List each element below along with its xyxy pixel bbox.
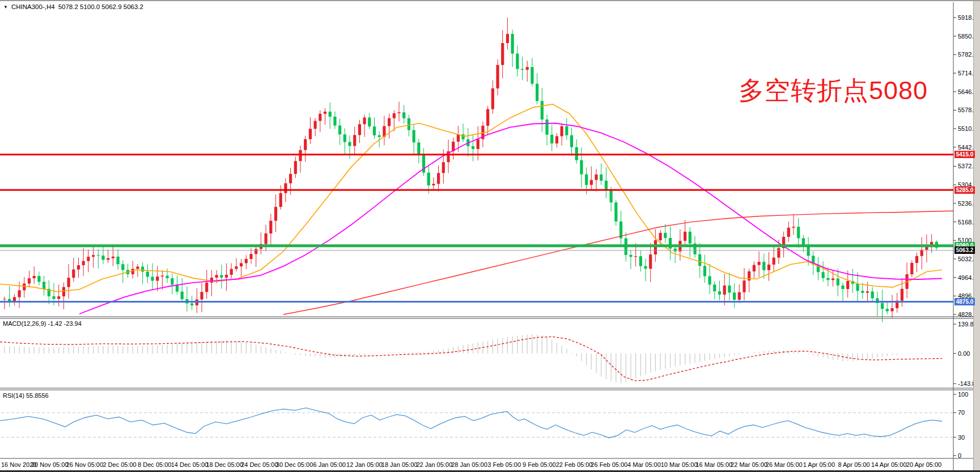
time-label-15: 9 Feb 05:00	[523, 461, 556, 468]
price-badge-resistance-upper: 5415.0	[954, 151, 975, 158]
time-label-26: 20 Apr 05:00	[906, 461, 941, 468]
time-label-12: 22 Jan 05:00	[416, 461, 452, 468]
time-label-13: 28 Jan 05:00	[451, 461, 487, 468]
time-label-8: 30 Dec 05:00	[276, 461, 313, 468]
time-label-14: 3 Feb 05:00	[487, 461, 521, 468]
candlestick-series	[3, 18, 937, 322]
time-label-1: 20 Nov 05:00	[31, 461, 68, 468]
time-label-4: 8 Dec 05:00	[138, 461, 171, 468]
macd-histogram	[5, 334, 936, 384]
price-badge-support: 4875.0	[954, 298, 975, 305]
time-label-6: 18 Dec 05:00	[206, 461, 243, 468]
time-label-20: 16 Mar 05:00	[695, 461, 732, 468]
time-label-11: 18 Jan 05:00	[381, 461, 418, 468]
ma-fast-orange	[0, 104, 942, 292]
time-label-17: 26 Feb 05:00	[591, 461, 627, 468]
time-label-21: 22 Mar 05:00	[731, 461, 767, 468]
rsi-tick-70: 70	[958, 409, 965, 416]
ma-mid-magenta	[79, 124, 942, 314]
time-label-23: 1 Apr 05:00	[803, 461, 835, 468]
time-label-7: 24 Dec 05:00	[241, 461, 278, 468]
time-label-22: 26 Mar 05:00	[766, 461, 803, 468]
time-label-2: 26 Nov 05:00	[66, 461, 103, 468]
ma-slow-red	[283, 211, 953, 314]
mt4-chart-window: 5918.05850.05782.05714.05646.05578.05510…	[0, 0, 980, 472]
time-label-18: 4 Mar 05:00	[627, 461, 661, 468]
rsi-tick-30: 30	[958, 434, 965, 441]
chart-canvas[interactable]: 5918.05850.05782.05714.05646.05578.05510…	[0, 1, 980, 472]
rsi-line	[0, 408, 942, 438]
macd-signal-line	[0, 337, 942, 381]
rsi-tick-0: 0	[958, 452, 961, 459]
symbol-dropdown-icon[interactable]: ▼	[3, 5, 8, 10]
time-label-16: 22 Feb 05:00	[556, 461, 593, 468]
time-label-25: 14 Apr 05:00	[871, 461, 906, 468]
price-badge-last-price: 5063.2	[954, 246, 975, 254]
macd-indicator-label: MACD(12,26,9) -1.42 -23.94	[3, 320, 82, 327]
rsi-tick-100: 100	[958, 391, 968, 398]
time-label-9: 6 Jan 05:00	[313, 461, 346, 468]
macd-tick-1: 0.00	[958, 350, 970, 357]
time-label-19: 10 Mar 05:00	[661, 461, 698, 468]
chart-annotation-text: 多空转折点5080	[739, 74, 928, 108]
ohlc-readout: 5078.2 5100.0 5062.9 5063.2	[58, 3, 143, 10]
chart-title: ▼ CHINA300-,H4 5078.2 5100.0 5062.9 5063…	[3, 3, 143, 10]
symbol-timeframe: CHINA300-,H4	[11, 3, 55, 10]
time-label-5: 14 Dec 05:00	[171, 461, 208, 468]
window-right-edge	[973, 1, 980, 472]
rsi-indicator-label: RSI(14) 55.8556	[3, 392, 49, 399]
time-label-10: 12 Jan 05:00	[346, 461, 383, 468]
time-label-3: 2 Dec 05:00	[103, 461, 136, 468]
time-label-24: 8 Apr 05:00	[838, 461, 869, 468]
price-badge-resistance-lower: 5285.0	[954, 186, 975, 194]
